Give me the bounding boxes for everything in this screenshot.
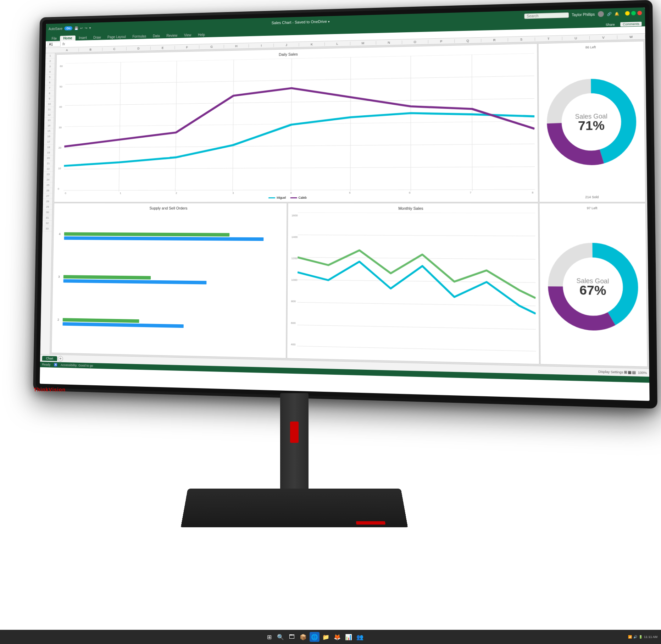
thinkvision-logo: ThinkVision — [34, 387, 66, 392]
row-30: 30 — [43, 210, 52, 215]
tab-formulas[interactable]: Formulas — [129, 34, 150, 39]
legend-miguel: Miguel — [268, 196, 286, 199]
tab-draw[interactable]: Draw — [90, 35, 104, 40]
svg-line-20 — [298, 213, 535, 213]
comments-button[interactable]: Comments — [620, 21, 642, 27]
donut-chart-top: 86 Left Sales — [538, 41, 645, 202]
col-U[interactable]: U — [562, 36, 590, 40]
row-32: 32 — [43, 221, 52, 226]
tab-home[interactable]: Home — [60, 35, 76, 41]
col-K[interactable]: K — [299, 42, 325, 46]
autosave-toggle[interactable]: On — [65, 26, 72, 31]
taskbar: ⊞ 🔍 🗔 📦 🌐 📁 🦊 📊 👥 📶 🔊 🔋 11:11 AM — [0, 630, 661, 644]
tab-file[interactable]: File — [48, 36, 60, 41]
col-G[interactable]: G — [199, 45, 224, 49]
col-J[interactable]: J — [274, 43, 299, 47]
col-S[interactable]: S — [508, 37, 535, 42]
share-button[interactable]: Share — [602, 22, 618, 27]
spreadsheet-area: A B C D E F G H I J K L M N O — [40, 34, 649, 383]
legend-label-caleb: Caleb — [299, 196, 307, 199]
bell-icon[interactable]: 🔔 — [615, 12, 619, 16]
col-F[interactable]: F — [175, 45, 199, 49]
cell-reference[interactable] — [48, 42, 61, 47]
tab-review[interactable]: Review — [163, 33, 181, 38]
col-I[interactable]: I — [249, 43, 274, 47]
monthly-sales-title: Monthly Sales — [291, 206, 535, 211]
col-L[interactable]: L — [324, 42, 350, 46]
donut-top-label-bottom: 214 Sold — [585, 195, 599, 199]
monitor-outer: AutoSave On 💾 ↩ ↪ ▾ Sales Chart - Saved … — [33, 0, 657, 409]
close-btn[interactable] — [637, 11, 642, 15]
col-Q[interactable]: Q — [455, 38, 481, 43]
taskbar-firefox[interactable]: 🦊 — [332, 632, 342, 642]
col-R[interactable]: R — [481, 38, 508, 42]
view-page-icon[interactable]: ▤ — [632, 370, 635, 374]
tab-insert[interactable]: Insert — [76, 35, 90, 40]
title-bar-left: AutoSave On 💾 ↩ ↪ ▾ — [49, 26, 91, 31]
taskbar-start[interactable]: ⊞ — [264, 632, 274, 642]
sheet-tab-chart[interactable]: Chart — [42, 356, 57, 361]
col-A[interactable]: A — [55, 48, 79, 52]
view-normal-icon[interactable]: ⊞ — [624, 370, 627, 374]
col-N[interactable]: N — [376, 40, 402, 45]
title-dropdown-icon[interactable]: ▾ — [328, 20, 330, 23]
svg-line-1 — [65, 76, 534, 84]
monitor-stand-base — [181, 489, 408, 527]
taskbar-excel[interactable]: 📊 — [344, 632, 354, 642]
taskbar-search[interactable]: 🔍 — [276, 632, 285, 642]
supply-orders-chart: Supply and Sell Orders 4 — [51, 203, 287, 358]
col-M[interactable]: M — [350, 41, 376, 45]
undo-icon[interactable]: ↩ — [80, 26, 83, 30]
tab-view[interactable]: View — [181, 32, 195, 38]
row-11: 11 — [45, 107, 54, 112]
daily-sales-svg — [63, 53, 535, 192]
donut-bottom-label-top: 97 Left — [587, 206, 598, 210]
supply-orders-title: Supply and Sell Orders — [57, 206, 284, 210]
share-icon[interactable]: 🔗 — [607, 12, 611, 16]
redo-icon[interactable]: ↪ — [85, 26, 87, 30]
row-15: 15 — [44, 128, 54, 134]
col-C[interactable]: C — [102, 47, 127, 51]
legend-dot-caleb — [290, 197, 297, 198]
col-O[interactable]: O — [402, 40, 428, 44]
taskbar-teams[interactable]: 👥 — [355, 632, 365, 642]
minimize-btn[interactable] — [625, 11, 630, 16]
tab-pagelayout[interactable]: Page Layout — [104, 34, 129, 40]
col-E[interactable]: E — [151, 46, 175, 50]
bar-row-4-label: 4 — [59, 232, 281, 237]
bar-blue-3 — [63, 279, 207, 285]
bar-blue-4 — [64, 236, 264, 241]
col-D[interactable]: D — [127, 46, 151, 50]
bar-green-3 — [63, 275, 151, 280]
row-10: 10 — [45, 101, 54, 107]
col-P[interactable]: P — [428, 39, 455, 43]
brand-think: Think — [34, 387, 49, 392]
row-24: 24 — [43, 177, 53, 182]
display-settings-label[interactable]: Display Settings — [598, 370, 623, 374]
col-H[interactable]: H — [224, 44, 249, 48]
main-content: 1 2 3 4 5 6 7 8 9 10 11 12 13 — [40, 39, 649, 368]
document-title: Sales Chart - Saved to OneDrive — [272, 19, 327, 25]
monitor-screen: AutoSave On 💾 ↩ ↪ ▾ Sales Chart - Saved … — [40, 7, 650, 401]
save-icon[interactable]: 💾 — [74, 26, 78, 30]
excel-ui: AutoSave On 💾 ↩ ↪ ▾ Sales Chart - Saved … — [40, 7, 650, 401]
taskbar-widgets[interactable]: 📦 — [298, 632, 308, 642]
col-B[interactable]: B — [79, 48, 102, 51]
user-name: Taylor Phillips — [572, 12, 595, 17]
view-layout-icon[interactable]: ▦ — [628, 370, 631, 374]
row-29: 29 — [43, 204, 52, 210]
add-sheet-button[interactable]: + — [58, 356, 63, 361]
taskbar-edge[interactable]: 🌐 — [310, 632, 320, 642]
taskbar-taskview[interactable]: 🗔 — [287, 632, 297, 642]
row-18: 18 — [44, 145, 54, 150]
taskbar-explorer[interactable]: 📁 — [321, 632, 331, 642]
tab-help[interactable]: Help — [195, 32, 209, 37]
col-T[interactable]: T — [535, 37, 562, 41]
col-V[interactable]: V — [590, 35, 617, 39]
col-W[interactable]: W — [617, 34, 645, 39]
maximize-btn[interactable] — [631, 11, 636, 16]
legend-caleb: Caleb — [290, 196, 307, 199]
window-controls — [625, 11, 642, 16]
search-input[interactable] — [524, 12, 569, 19]
tab-data[interactable]: Data — [149, 33, 163, 39]
